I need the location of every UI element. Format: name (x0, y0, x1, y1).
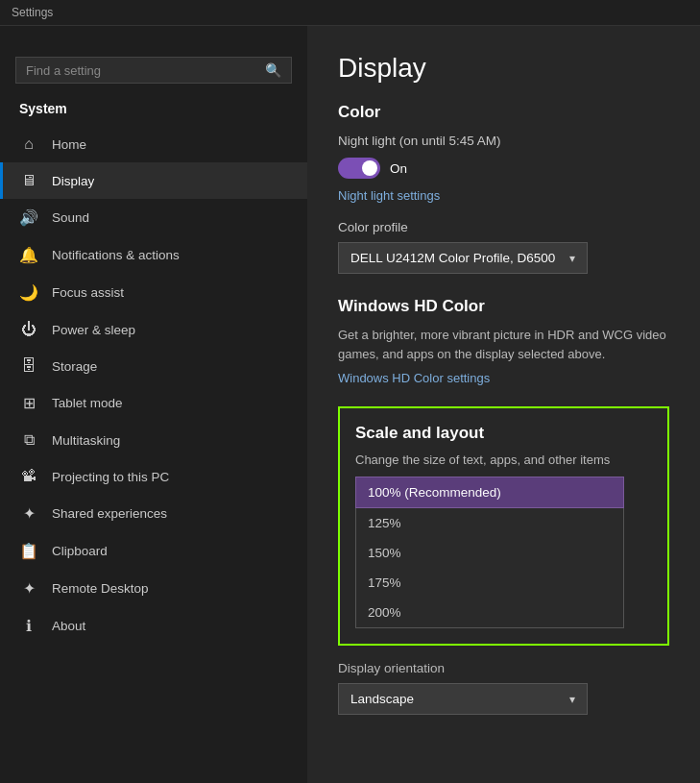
scale-selected-value: 100% (Recommended) (368, 485, 501, 500)
color-profile-label: Color profile (338, 220, 669, 234)
notifications-icon: 🔔 (19, 246, 38, 264)
sidebar-item-storage-label: Storage (52, 359, 97, 374)
sidebar-item-shared[interactable]: ✦ Shared experiences (0, 495, 307, 532)
sidebar-item-sound-label: Sound (52, 210, 89, 225)
hd-color-section-title: Windows HD Color (338, 297, 669, 316)
toggle-label: On (390, 161, 407, 176)
night-light-label: Night light (on until 5:45 AM) (338, 134, 669, 148)
orientation-dropdown-arrow: ▾ (569, 693, 575, 706)
sidebar-item-projecting-label: Projecting to this PC (52, 470, 169, 484)
search-box[interactable]: 🔍 (15, 57, 292, 84)
sidebar-item-tablet[interactable]: ⊞ Tablet mode (0, 384, 307, 422)
sidebar-item-home[interactable]: ⌂ Home (0, 126, 307, 162)
sidebar-item-focus[interactable]: 🌙 Focus assist (0, 274, 307, 311)
title-bar: Settings (0, 0, 700, 26)
focus-icon: 🌙 (19, 283, 38, 302)
sidebar-item-home-label: Home (52, 137, 86, 152)
scale-selected-option[interactable]: 100% (Recommended) (355, 477, 624, 508)
night-light-toggle[interactable] (338, 158, 380, 179)
sidebar-item-notifications-label: Notifications & actions (52, 248, 180, 262)
about-icon: ℹ (19, 617, 38, 635)
sidebar-item-display[interactable]: 🖥 Display (0, 162, 307, 199)
display-icon: 🖥 (19, 172, 38, 189)
color-profile-value: DELL U2412M Color Profile, D6500 (350, 251, 555, 265)
scale-options-list: 125% 150% 175% 200% (355, 508, 624, 628)
orientation-label: Display orientation (338, 661, 669, 675)
search-input[interactable] (26, 63, 257, 78)
sidebar-item-about[interactable]: ℹ About (0, 607, 307, 645)
sidebar-item-remote[interactable]: ✦ Remote Desktop (0, 570, 307, 607)
sidebar-item-focus-label: Focus assist (52, 285, 124, 300)
color-section-title: Color (338, 103, 669, 122)
main-content: Display Color Night light (on until 5:45… (307, 26, 700, 783)
sidebar-item-storage[interactable]: 🗄 Storage (0, 348, 307, 384)
hd-color-description: Get a brighter, more vibrant picture in … (338, 326, 669, 363)
tablet-icon: ⊞ (19, 394, 38, 412)
sidebar-item-sound[interactable]: 🔊 Sound (0, 199, 307, 236)
sidebar-item-shared-label: Shared experiences (52, 506, 167, 521)
power-icon: ⏻ (19, 321, 38, 338)
scale-section: Scale and layout Change the size of text… (338, 406, 669, 646)
sidebar-item-power-label: Power & sleep (52, 323, 135, 337)
sidebar-item-clipboard-label: Clipboard (52, 544, 108, 558)
orientation-dropdown[interactable]: Landscape ▾ (338, 683, 588, 715)
hd-color-settings-link[interactable]: Windows HD Color settings (338, 371, 490, 385)
scale-dropdown-container: 100% (Recommended) 125% 150% 175% 200% (355, 477, 624, 628)
scale-option-175[interactable]: 175% (356, 568, 623, 598)
title-bar-label: Settings (12, 6, 53, 19)
scale-title: Scale and layout (355, 424, 652, 443)
search-icon: 🔍 (265, 62, 281, 78)
sidebar-item-remote-label: Remote Desktop (52, 581, 149, 596)
toggle-row: On (338, 158, 669, 179)
sidebar-item-multitasking[interactable]: ⧉ Multitasking (0, 422, 307, 458)
toggle-knob (362, 160, 377, 176)
multitasking-icon: ⧉ (19, 431, 38, 449)
storage-icon: 🗄 (19, 357, 38, 375)
home-icon: ⌂ (19, 135, 38, 153)
orientation-value: Landscape (350, 692, 414, 706)
system-label: System (0, 95, 307, 126)
clipboard-icon: 📋 (19, 542, 38, 560)
sidebar-item-clipboard[interactable]: 📋 Clipboard (0, 532, 307, 570)
sidebar-item-display-label: Display (52, 174, 94, 188)
scale-option-125[interactable]: 125% (356, 508, 623, 538)
color-profile-dropdown[interactable]: DELL U2412M Color Profile, D6500 ▾ (338, 242, 588, 274)
sidebar-item-multitasking-label: Multitasking (52, 433, 120, 448)
sidebar-item-tablet-label: Tablet mode (52, 396, 123, 410)
scale-option-200[interactable]: 200% (356, 598, 623, 627)
sound-icon: 🔊 (19, 208, 38, 227)
remote-icon: ✦ (19, 579, 38, 598)
sidebar-item-projecting[interactable]: 📽 Projecting to this PC (0, 458, 307, 495)
scale-description: Change the size of text, apps, and other… (355, 453, 652, 467)
color-profile-dropdown-arrow: ▾ (569, 252, 575, 265)
sidebar: 🔍 System ⌂ Home 🖥 Display 🔊 Sound 🔔 Noti… (0, 26, 307, 783)
sidebar-item-about-label: About (52, 619, 85, 633)
sidebar-item-power[interactable]: ⏻ Power & sleep (0, 311, 307, 348)
night-light-settings-link[interactable]: Night light settings (338, 188, 440, 203)
projecting-icon: 📽 (19, 468, 38, 485)
scale-option-150[interactable]: 150% (356, 538, 623, 568)
shared-icon: ✦ (19, 504, 38, 523)
sidebar-item-notifications[interactable]: 🔔 Notifications & actions (0, 236, 307, 274)
page-title: Display (338, 53, 669, 84)
sidebar-header (0, 26, 307, 49)
